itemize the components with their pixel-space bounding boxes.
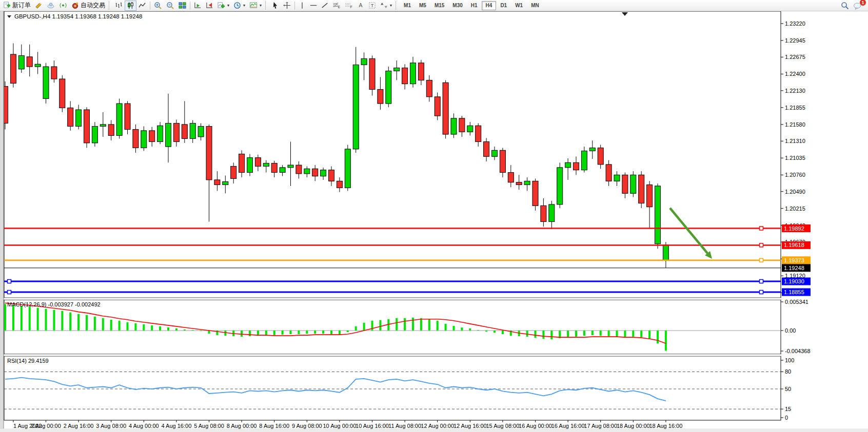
macd-bar (575, 331, 577, 337)
macd-bar (175, 328, 177, 331)
periods-button[interactable]: ▾ (231, 1, 247, 11)
cursor-icon (271, 2, 279, 9)
candle-bear (476, 126, 481, 141)
crosshair-button[interactable] (281, 1, 293, 11)
candle-bull (280, 168, 285, 173)
candle-bear (329, 170, 334, 181)
candle-bear (296, 165, 302, 174)
line-handle[interactable] (8, 280, 11, 283)
toolbar-separator (294, 2, 295, 10)
line-handle[interactable] (760, 243, 763, 247)
trendline-button[interactable] (319, 1, 330, 11)
candle-bull (198, 126, 204, 136)
indicators-icon (218, 2, 225, 9)
line-handle[interactable] (760, 258, 763, 262)
vertical-line-button[interactable] (297, 1, 308, 11)
auto-trading-button[interactable]: 自动交易 (69, 1, 107, 11)
price-tick-label: 1.21580 (785, 121, 805, 128)
macd-bar (330, 331, 332, 334)
chart-shift-button[interactable] (204, 1, 215, 11)
macd-bar (127, 322, 129, 331)
timeframe-h4[interactable]: H4 (482, 1, 497, 10)
candle-bull (304, 169, 310, 174)
timeframe-h1[interactable]: H1 (467, 1, 482, 10)
macd-bar (453, 326, 455, 331)
time-tick-label: 3 Aug 08:00 (96, 423, 126, 429)
timeframe-w1[interactable]: W1 (511, 1, 527, 10)
trendline-icon (321, 2, 328, 9)
macd-bar (200, 331, 202, 331)
arrows-button[interactable]: ▾ (378, 1, 394, 11)
candle-bull (247, 158, 253, 173)
text-button[interactable]: A (355, 1, 366, 11)
timeframe-m30[interactable]: M30 (448, 1, 466, 10)
cursor-button[interactable] (269, 1, 281, 11)
auto-trading-icon (71, 2, 79, 9)
notifications-button[interactable]: 1 (851, 1, 864, 11)
macd-bar (53, 310, 55, 331)
bar-chart-button[interactable] (113, 1, 125, 11)
line-handle[interactable] (760, 227, 763, 230)
cloud-sync-button[interactable] (45, 1, 57, 11)
search-icon (841, 2, 849, 10)
candle-bear (10, 54, 16, 83)
line-handle[interactable] (760, 291, 763, 294)
timeframe-m15[interactable]: M15 (430, 1, 448, 10)
candle-bull (524, 181, 530, 184)
zoom-out-icon (166, 2, 174, 10)
zoom-out-button[interactable] (164, 1, 176, 11)
candle-bear (402, 68, 408, 84)
price-tick-label: 1.20760 (785, 172, 805, 178)
channels-button[interactable]: F (343, 1, 355, 11)
search-button[interactable] (839, 1, 851, 11)
candle-bull (166, 123, 171, 147)
chevron-down-icon: ▾ (260, 3, 262, 8)
macd-panel[interactable] (4, 300, 781, 354)
price-tick-label: 1.22130 (785, 88, 805, 94)
timeframe-m1[interactable]: M1 (400, 1, 415, 10)
horizontal-line-button[interactable] (308, 1, 319, 11)
signals-button[interactable] (57, 1, 69, 11)
candle-bear (500, 150, 505, 172)
macd-bar (184, 330, 186, 331)
line-handle[interactable] (8, 291, 11, 294)
candle-bear (508, 173, 514, 182)
macd-bar (591, 331, 594, 335)
fibonacci-button[interactable]: E (330, 1, 343, 11)
timeframe-m5[interactable]: M5 (415, 1, 430, 10)
candle-bull (157, 126, 163, 141)
timeframe-mn[interactable]: MN (527, 1, 543, 10)
candle-bear (68, 108, 73, 126)
auto-scroll-button[interactable] (192, 1, 204, 11)
timeframe-d1[interactable]: D1 (496, 1, 511, 10)
candle-bull (288, 165, 293, 168)
candlestick-chart-button[interactable] (125, 1, 136, 11)
zoom-in-button[interactable] (152, 1, 164, 11)
macd-axis-label: -0.004368 (785, 348, 811, 354)
arrows-icon (380, 2, 388, 9)
tile-windows-button[interactable] (176, 1, 188, 11)
rsi-panel[interactable] (4, 356, 781, 420)
macd-bar (608, 331, 610, 336)
candle-bull (18, 55, 24, 69)
metaeditor-button[interactable] (33, 1, 45, 11)
time-tick-label: 12 Aug 16:00 (453, 423, 487, 429)
panel-splitter[interactable] (4, 354, 781, 356)
templates-button[interactable]: ▾ (247, 1, 264, 11)
macd-bar (624, 331, 626, 337)
panel-splitter[interactable] (4, 298, 781, 300)
chart-canvas[interactable]: 1.232201.229451.226751.224001.221301.218… (0, 0, 868, 432)
label-button[interactable]: T (366, 1, 378, 11)
candle-bear (369, 58, 375, 89)
rsi-axis-label: 0 (785, 415, 788, 421)
new-order-button[interactable]: 新订单 (1, 1, 33, 11)
indicators-button[interactable]: ▾ (215, 1, 231, 11)
line-handle[interactable] (760, 280, 763, 283)
bid-price-label: 1.19248 (784, 265, 804, 271)
macd-bar (477, 330, 479, 331)
line-chart-button[interactable] (136, 1, 148, 11)
macd-bar (347, 331, 349, 332)
tile-windows-icon (179, 2, 186, 9)
macd-bar (550, 331, 553, 339)
candle-bear (108, 125, 114, 136)
